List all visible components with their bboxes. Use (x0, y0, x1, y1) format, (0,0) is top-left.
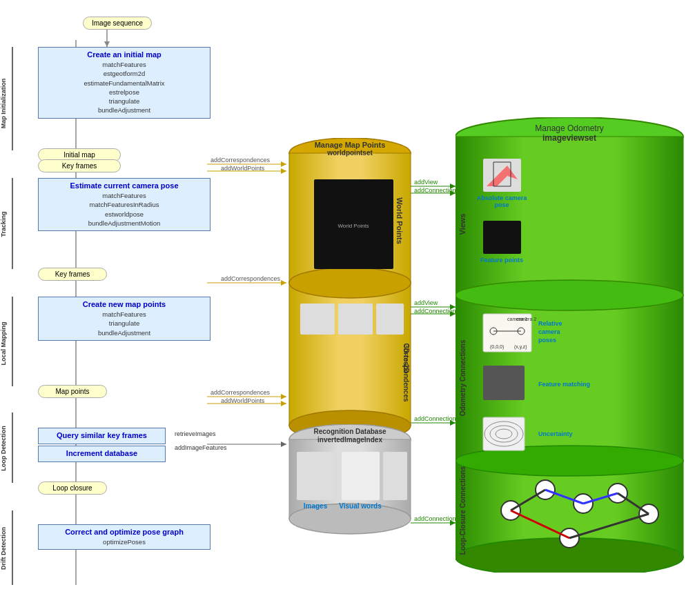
keyframes-oval-1: Key frames (38, 159, 121, 172)
svg-text:addCorrespondences: addCorrespondences (211, 389, 271, 396)
svg-text:addConnection: addConnection (414, 415, 456, 422)
svg-rect-75 (300, 304, 335, 335)
svg-marker-36 (281, 401, 286, 406)
svg-rect-103 (483, 221, 521, 254)
svg-text:Manage Odometry: Manage Odometry (535, 123, 603, 133)
svg-marker-29 (281, 161, 286, 167)
svg-text:addConnection: addConnection (414, 308, 456, 315)
local-mapping-box: Create new map points matchFeaturestrian… (38, 297, 211, 341)
svg-marker-35 (281, 394, 286, 399)
svg-rect-77 (376, 304, 404, 335)
svg-text:(x,y,z): (x,y,z) (514, 344, 527, 350)
tracking-methods: matchFeaturesmatchFeaturesInRadiusestwor… (43, 191, 206, 228)
drift-box: Correct and optimize pose graph optimize… (38, 524, 211, 550)
svg-text:Loop-Closure Connections: Loop-Closure Connections (459, 466, 467, 555)
map-init-methods: matchFeaturesestgeotform2destimateFundam… (43, 60, 206, 115)
recognition-db-container: Recognition Database invertedImageIndex … (286, 424, 414, 536)
map-init-title: Create an initial map (43, 50, 206, 59)
svg-text:addImageFeatures: addImageFeatures (175, 444, 227, 451)
svg-text:pose: pose (494, 201, 509, 208)
diagram-container: Map Initialization Tracking Local Mappin… (0, 0, 695, 616)
svg-text:addConnection: addConnection (414, 187, 456, 194)
svg-rect-83 (297, 452, 335, 500)
svg-text:Manage Map Points: Manage Map Points (315, 141, 386, 149)
svg-text:Views: Views (458, 214, 467, 235)
image-sequence-oval: Image sequence (83, 17, 152, 30)
svg-text:addCorrespondences: addCorrespondences (221, 275, 281, 282)
svg-rect-84 (342, 452, 380, 500)
svg-marker-46 (450, 420, 456, 426)
svg-text:invertedImageIndex: invertedImageIndex (317, 436, 382, 444)
cylinder-svg: Manage Map Points worldpointset World Po… (286, 138, 414, 441)
svg-text:Recognition Database: Recognition Database (313, 428, 386, 435)
svg-text:worldpointset: worldpointset (326, 149, 373, 157)
keyframes-oval-2: Key frames (38, 268, 107, 281)
loop-closure-oval: Loop closure (38, 481, 107, 495)
local-mapping-methods: matchFeaturestriangulatebundleAdjustment (43, 310, 206, 337)
svg-marker-48 (281, 441, 286, 447)
svg-text:addConnection: addConnection (414, 515, 456, 522)
svg-rect-118 (483, 417, 525, 450)
svg-text:camera: camera (538, 328, 561, 335)
svg-marker-50 (450, 520, 456, 526)
odometry-svg: Manage Odometry imageviewset Views Odome… (456, 117, 690, 573)
svg-text:Absolute camera: Absolute camera (477, 195, 528, 201)
svg-text:addView: addView (414, 179, 438, 186)
drift-methods: optimizePoses (43, 537, 206, 546)
map-init-box: Create an initial map matchFeaturesestge… (38, 47, 211, 119)
svg-text:imageviewset: imageviewset (542, 133, 596, 143)
odometry-cylinder: Manage Odometry imageviewset Views Odome… (456, 117, 690, 574)
svg-marker-44 (450, 311, 456, 317)
svg-text:addWorldPoints: addWorldPoints (221, 165, 265, 172)
svg-marker-39 (450, 183, 456, 189)
loop-query-box: Query similar key frames (38, 428, 166, 444)
loop-increment-title: Increment database (43, 449, 161, 457)
svg-text:Drift Detection: Drift Detection (0, 527, 7, 570)
svg-text:Tracking: Tracking (0, 211, 7, 237)
svg-text:Map Initialization: Map Initialization (0, 79, 7, 129)
svg-text:camera 2: camera 2 (516, 317, 536, 321)
svg-rect-116 (483, 366, 525, 400)
svg-text:(0,0,0): (0,0,0) (490, 344, 504, 350)
local-mapping-title: Create new map points (43, 300, 206, 308)
svg-text:addCorrespondences: addCorrespondences (211, 157, 271, 163)
svg-point-67 (289, 268, 411, 298)
svg-text:World Points: World Points (395, 197, 404, 244)
tracking-title: Estimate current camera pose (43, 181, 206, 190)
svg-marker-21 (104, 41, 110, 47)
worldpointset-cylinder: Manage Map Points worldpointset World Po… (286, 138, 414, 443)
svg-marker-43 (450, 304, 456, 310)
svg-text:addWorldPoints: addWorldPoints (221, 397, 265, 404)
svg-point-91 (456, 280, 683, 310)
svg-text:addView: addView (414, 299, 438, 306)
svg-rect-76 (338, 304, 373, 335)
loop-query-title: Query similar key frames (43, 431, 161, 439)
svg-text:Images: Images (304, 502, 328, 510)
svg-text:Uncertainty: Uncertainty (538, 430, 573, 437)
svg-marker-40 (450, 190, 456, 196)
svg-marker-32 (281, 280, 286, 286)
tracking-box: Estimate current camera pose matchFeatur… (38, 178, 211, 231)
svg-text:retrieveImages: retrieveImages (175, 430, 216, 437)
svg-rect-85 (383, 452, 407, 500)
svg-text:Visual words: Visual words (339, 502, 382, 510)
loop-increment-box: Increment database (38, 446, 166, 462)
svg-text:Feature points: Feature points (480, 257, 523, 264)
map-points-oval: Map points (38, 385, 107, 398)
svg-text:World Points: World Points (337, 223, 369, 229)
svg-text:poses: poses (538, 337, 556, 344)
svg-marker-30 (281, 168, 286, 174)
svg-text:Correspondences: Correspondences (402, 343, 410, 401)
svg-text:Relative: Relative (538, 320, 562, 327)
drift-title: Correct and optimize pose graph (43, 528, 206, 536)
svg-text:Local Mapping: Local Mapping (0, 322, 7, 366)
recog-db-svg: Recognition Database invertedImageIndex … (286, 424, 414, 535)
svg-text:Loop Detection: Loop Detection (0, 426, 7, 471)
svg-text:Feature matching: Feature matching (538, 381, 590, 388)
svg-text:Odometry Connections: Odometry Connections (459, 339, 467, 416)
